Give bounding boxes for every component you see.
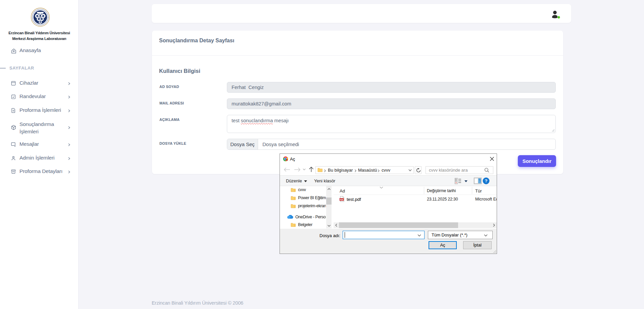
svg-text:H: H: [286, 160, 287, 161]
svg-text:PDF: PDF: [340, 198, 344, 201]
svg-text:?: ?: [485, 178, 488, 183]
